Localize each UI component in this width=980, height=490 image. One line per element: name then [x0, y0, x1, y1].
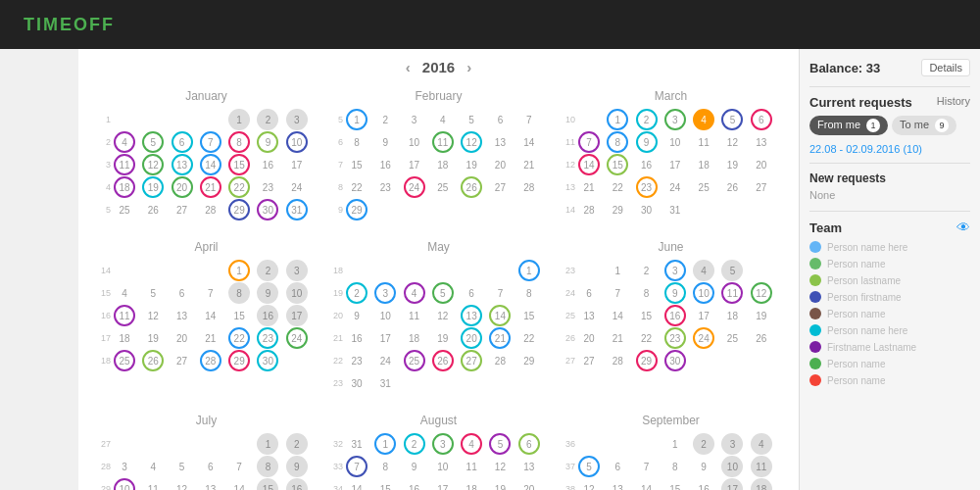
month-july: July 27 1 2 28 3 4 5 6 7 8 — [94, 410, 318, 490]
member-dot-8 — [809, 374, 821, 386]
team-member-7[interactable]: Person name — [809, 358, 970, 369]
team-member-8[interactable]: Person name — [809, 374, 970, 386]
month-title-march: March — [563, 89, 779, 103]
request-link[interactable]: 22.08 - 02.09.2016 (10) — [809, 143, 970, 155]
month-april: April 14 1 2 3 15 4 5 6 7 8 9 — [94, 236, 318, 398]
details-button[interactable]: Details — [921, 59, 970, 76]
cal-grid-march: 10 1 2 3 4 5 6 11 7 8 9 10 11 12 13 12 — [563, 109, 779, 220]
member-dot-0 — [809, 241, 821, 253]
divider-3 — [809, 211, 970, 212]
cal-grid-january: 1 1 2 3 2 4 5 6 7 8 9 10 3 — [98, 109, 315, 220]
month-march: March 10 1 2 3 4 5 6 11 7 8 9 10 11 12 — [559, 85, 783, 224]
member-name-2: Person lastname — [827, 275, 901, 286]
member-dot-3 — [809, 291, 821, 303]
right-panel: Balance: 33 Details Current requests His… — [799, 49, 980, 490]
new-requests-title: New requests — [809, 172, 970, 185]
member-dot-5 — [809, 324, 821, 336]
calendars-grid: January 1 1 2 3 2 4 5 6 7 8 9 — [94, 85, 783, 490]
member-name-4: Person name — [827, 309, 885, 319]
member-dot-1 — [809, 258, 821, 270]
month-may: May 18 1 19 2 3 4 5 6 7 8 — [326, 236, 551, 398]
month-february: February 5 1 2 3 4 5 6 7 6 8 9 10 11 12 … — [326, 85, 551, 224]
cal-grid-august: 32 31 1 2 3 4 5 6 33 7 8 9 10 11 12 13 3 — [330, 433, 547, 490]
year-nav: ‹ 2016 › — [94, 59, 783, 75]
member-name-8: Person name — [827, 375, 885, 386]
team-member-1[interactable]: Person name — [809, 258, 970, 270]
main-content: ‹ 2016 › January 1 1 2 3 2 4 5 — [78, 49, 799, 490]
new-requests-value: None — [809, 189, 970, 201]
app-logo: TIMEOFF — [24, 15, 115, 35]
current-requests-section: Current requests History — [809, 95, 970, 110]
month-title-july: July — [98, 414, 315, 427]
team-member-3[interactable]: Person firstname — [809, 291, 970, 303]
team-members-list: Person name here Person name Person last… — [809, 241, 970, 386]
month-january: January 1 1 2 3 2 4 5 6 7 8 9 — [94, 85, 318, 224]
divider-2 — [809, 163, 970, 164]
divider-1 — [809, 86, 970, 87]
from-me-tab[interactable]: From me 1 — [809, 116, 888, 135]
logo-off: OFF — [74, 15, 115, 34]
eye-icon[interactable]: 👁 — [956, 220, 970, 235]
to-me-label: To me — [900, 119, 929, 130]
team-header: Team 👁 — [809, 220, 970, 235]
month-title-august: August — [330, 414, 547, 427]
current-year: 2016 — [422, 59, 455, 75]
cal-grid-june: 23 1 2 3 4 5 24 6 7 8 9 10 11 12 25 — [563, 260, 779, 371]
to-me-badge: 9 — [935, 119, 949, 132]
app-header: TIMEOFF — [0, 0, 980, 49]
cal-grid-july: 27 1 2 28 3 4 5 6 7 8 9 29 — [98, 433, 315, 490]
team-member-5[interactable]: Person name here — [809, 324, 970, 336]
member-name-5: Person name here — [827, 325, 907, 336]
sidebar-left — [0, 49, 78, 490]
month-title-april: April — [98, 240, 315, 254]
month-title-september: September — [563, 414, 779, 427]
team-member-6[interactable]: Firstname Lastname — [809, 341, 970, 353]
member-name-0: Person name here — [827, 242, 907, 253]
member-dot-4 — [809, 308, 821, 319]
month-june: June 23 1 2 3 4 5 24 6 7 8 9 10 11 — [559, 236, 783, 398]
team-title: Team — [809, 220, 842, 235]
team-member-2[interactable]: Person lastname — [809, 274, 970, 286]
requests-tabs: From me 1 To me 9 — [809, 116, 970, 135]
from-me-label: From me — [817, 119, 860, 130]
month-title-may: May — [330, 240, 547, 254]
member-name-3: Person firstname — [827, 292, 902, 303]
app-body: ‹ 2016 › January 1 1 2 3 2 4 5 — [0, 49, 980, 490]
balance-label: Balance: 33 — [809, 61, 880, 75]
month-september: September 36 1 2 3 4 37 5 6 7 8 9 10 — [559, 410, 783, 490]
cal-grid-april: 14 1 2 3 15 4 5 6 7 8 9 10 16 — [98, 260, 315, 371]
member-name-1: Person name — [827, 259, 885, 270]
month-title-february: February — [330, 89, 547, 103]
month-title-january: January — [98, 89, 315, 103]
month-august: August 32 31 1 2 3 4 5 6 33 7 8 9 10 11 … — [326, 410, 551, 490]
to-me-tab[interactable]: To me 9 — [892, 116, 956, 135]
team-member-4[interactable]: Person name — [809, 308, 970, 319]
logo-time: TIME — [24, 15, 74, 34]
member-dot-2 — [809, 274, 821, 286]
cal-grid-may: 18 1 19 2 3 4 5 6 7 8 20 — [330, 260, 547, 394]
balance-row: Balance: 33 Details — [809, 59, 970, 76]
member-name-6: Firstname Lastname — [827, 342, 916, 353]
member-dot-7 — [809, 358, 821, 369]
member-dot-6 — [809, 341, 821, 353]
next-year-btn[interactable]: › — [466, 59, 471, 75]
prev-year-btn[interactable]: ‹ — [406, 59, 411, 75]
member-name-7: Person name — [827, 359, 885, 369]
cal-grid-february: 5 1 2 3 4 5 6 7 6 8 9 10 11 12 13 14 7 — [330, 109, 547, 220]
from-me-badge: 1 — [866, 119, 880, 132]
team-member-0[interactable]: Person name here — [809, 241, 970, 253]
team-section: Team 👁 Person name here Person name Pers… — [809, 220, 970, 386]
month-title-june: June — [563, 240, 779, 254]
cal-grid-september: 36 1 2 3 4 37 5 6 7 8 9 10 11 38 — [563, 433, 779, 490]
history-button[interactable]: History — [937, 95, 970, 107]
